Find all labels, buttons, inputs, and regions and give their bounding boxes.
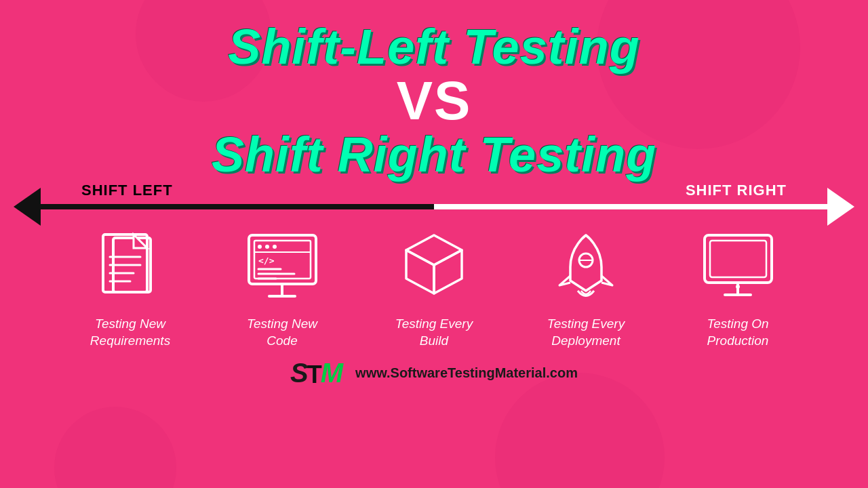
requirements-icon <box>90 228 171 309</box>
build-icon <box>393 228 475 309</box>
title-vs: VS <box>212 74 656 128</box>
deployment-icon <box>545 228 627 309</box>
shift-left-label: SHIFT LEFT <box>81 182 173 199</box>
code-icon: </> <box>241 228 323 309</box>
icons-section: Testing NewRequirements </> <box>41 228 827 349</box>
main-container: Shift-Left Testing VS Shift Right Testin… <box>0 0 868 488</box>
svg-text:</>: </> <box>258 256 275 266</box>
svg-point-14 <box>258 245 262 249</box>
arrow-section: SHIFT LEFT SHIFT RIGHT <box>41 201 827 213</box>
icon-build: Testing EveryBuild <box>366 228 502 349</box>
icon-requirements: Testing NewRequirements <box>62 228 198 349</box>
icon-code: </> Testing NewCode <box>214 228 350 349</box>
svg-rect-24 <box>705 235 772 283</box>
title-line2: Shift Right Testing <box>212 128 656 182</box>
arrowhead-right-icon <box>827 188 854 226</box>
svg-marker-18 <box>406 235 462 265</box>
production-icon <box>697 228 778 309</box>
footer-url: www.SoftwareTestingMaterial.com <box>355 365 578 381</box>
arrow-left <box>41 204 434 209</box>
title-area: Shift-Left Testing VS Shift Right Testin… <box>212 20 656 182</box>
icon-deployment: Testing EveryDeployment <box>518 228 654 349</box>
production-label: Testing OnProduction <box>707 316 768 349</box>
svg-point-28 <box>736 285 740 289</box>
deployment-label: Testing EveryDeployment <box>547 316 625 349</box>
svg-marker-19 <box>406 250 434 293</box>
shift-right-label: SHIFT RIGHT <box>686 182 787 199</box>
arrow-right <box>434 204 827 209</box>
svg-point-16 <box>273 245 277 249</box>
footer: STM www.SoftwareTestingMaterial.com <box>290 358 578 389</box>
svg-marker-20 <box>434 250 462 293</box>
requirements-label: Testing NewRequirements <box>90 316 170 349</box>
title-line1: Shift-Left Testing <box>212 20 656 74</box>
arrowhead-left-icon <box>14 188 41 226</box>
svg-point-15 <box>265 245 269 249</box>
svg-rect-25 <box>710 241 766 277</box>
icon-production: Testing OnProduction <box>670 228 806 349</box>
arrow-track <box>41 201 827 213</box>
code-label: Testing NewCode <box>247 316 317 349</box>
build-label: Testing EveryBuild <box>395 316 473 349</box>
stm-logo: STM <box>290 358 342 389</box>
